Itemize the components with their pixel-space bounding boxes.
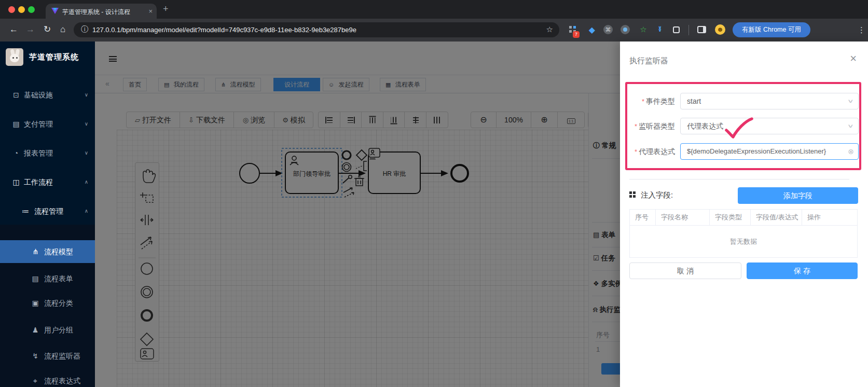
annotation-checkmark	[724, 117, 755, 140]
home-icon[interactable]: ⌂	[60, 24, 65, 35]
gem-extension-icon[interactable]: ◆	[587, 25, 597, 35]
sidebar-item-label: 流程模型	[44, 240, 73, 263]
add-field-button[interactable]: 添加字段	[738, 187, 858, 204]
sidebar-item-process-expression[interactable]: ⌖ 流程表达式	[0, 369, 95, 387]
chevrons-extension-icon[interactable]: ∨∨	[655, 26, 665, 37]
sidebar-item-workflow[interactable]: ◫ 工作流程 ∧	[0, 172, 95, 192]
sidebar-item-label: 工作流程	[24, 172, 53, 192]
delegate-expression-row: *代理表达式 ${demoDelegateExpressionExecution…	[620, 143, 868, 160]
drawer-close-icon[interactable]: ×	[850, 53, 857, 64]
browser-toolbar: ← → ↻ ⌂ ⓘ 127.0.0.1/bpm/manager/model/ed…	[0, 19, 868, 42]
col-actions: 操作	[802, 210, 857, 226]
sidebar-item-infrastructure[interactable]: ⊡ 基础设施 ∨	[0, 85, 95, 105]
chevron-up-icon: ∧	[85, 172, 88, 192]
main-content: « 首页 ▤ 我的流程 ⋔ 流程模型 设计流程 ☺ 发起流程 ▦ 流程表单	[95, 42, 868, 387]
new-tab-button[interactable]: +	[163, 4, 169, 13]
sidebar-item-label: 报表管理	[24, 143, 53, 163]
category-icon: ▣	[31, 292, 39, 314]
sidebar-item-label: 流程监听器	[44, 344, 80, 367]
sidebar-item-reports[interactable]: ◔ 报表管理 ∨	[0, 143, 95, 163]
window-maximize-button[interactable]	[28, 6, 35, 13]
sidebar-item-label: 流程表单	[44, 267, 73, 290]
monitor-icon: ⊡	[11, 85, 21, 105]
cancel-button[interactable]: 取 消	[629, 262, 741, 279]
profile-avatar-icon[interactable]: ☻	[715, 24, 725, 35]
select-value: 代理表达式	[687, 122, 723, 130]
url-bar[interactable]: ⓘ 127.0.0.1/bpm/manager/model/edit?model…	[74, 22, 559, 37]
workflow-icon: ◫	[11, 172, 21, 192]
extension-icon-1[interactable]: ⌘	[603, 25, 614, 35]
app-title: 芋道管理系统	[29, 52, 79, 62]
sidebar-item-process-listener[interactable]: ↯ 流程监听器	[0, 344, 95, 367]
sidebar: 芋道管理系统 ⊡ 基础设施 ∨ ▤ 支付管理 ∨ ◔ 报表管理 ∨ ◫ 工作流程…	[0, 42, 95, 387]
event-type-row: *事件类型 start ∨	[620, 93, 868, 109]
reload-icon[interactable]: ↻	[44, 24, 51, 35]
form-icon: ▤	[31, 267, 39, 290]
sidebar-item-payment[interactable]: ▤ 支付管理 ∨	[0, 114, 95, 134]
sidebar-item-process-form[interactable]: ▤ 流程表单	[0, 267, 95, 290]
model-icon: ⋔	[31, 240, 39, 263]
select-value: start	[687, 97, 701, 105]
url-text: 127.0.0.1/bpm/manager/model/edit?modelId…	[92, 26, 356, 34]
event-type-select[interactable]: start ∨	[680, 93, 859, 109]
chevron-down-icon: ∨	[847, 95, 854, 107]
browser-tab-title: 芋道管理系统 - 设计流程	[62, 8, 145, 17]
sidebar-item-label: 流程表达式	[44, 369, 80, 387]
delegate-expression-input[interactable]: ${demoDelegateExpressionExecutionListene…	[680, 143, 859, 160]
required-asterisk: *	[635, 122, 637, 130]
sidebar-item-label: 流程分类	[44, 292, 73, 314]
forward-icon[interactable]: →	[26, 24, 35, 35]
browser-menu-kebab-icon[interactable]: ⋮	[858, 24, 865, 36]
user-group-icon: ♟	[31, 319, 39, 341]
listener-type-select[interactable]: 代理表达式 ∨	[680, 118, 859, 134]
extension-badge: 7	[573, 31, 580, 38]
browser-tab[interactable]: 芋道管理系统 - 设计流程 ×	[46, 4, 157, 19]
sidebar-item-user-group[interactable]: ♟ 用户分组	[0, 319, 95, 341]
side-panel-icon[interactable]	[697, 26, 706, 33]
chrome-update-label: 有新版 Chrome 可用	[742, 26, 801, 33]
required-asterisk: *	[635, 148, 637, 156]
extensions-puzzle-icon[interactable]	[673, 26, 680, 33]
input-value: ${demoDelegateExpressionExecutionListene…	[687, 147, 826, 155]
col-field-value: 字段值/表达式	[751, 210, 802, 226]
expression-icon: ⌖	[31, 369, 39, 387]
chevron-down-icon: ∨	[85, 143, 88, 163]
site-favicon	[51, 8, 59, 14]
col-index: 序号	[630, 210, 656, 226]
chevron-down-icon: ∨	[85, 114, 88, 134]
tab-close-icon[interactable]: ×	[148, 7, 153, 15]
site-info-icon[interactable]: ⓘ	[81, 25, 88, 34]
listener-icon: ↯	[31, 344, 39, 367]
window-minimize-button[interactable]	[18, 6, 25, 13]
chevron-up-icon: ∧	[85, 201, 88, 221]
col-field-type: 字段类型	[710, 210, 751, 226]
field-label: *事件类型	[620, 93, 675, 110]
grid-icon	[629, 191, 632, 194]
star-extension-icon[interactable]: ☆	[638, 25, 649, 35]
sidebar-item-label: 支付管理	[24, 114, 53, 134]
section-divider	[629, 179, 849, 179]
list-icon: ≔	[21, 201, 30, 221]
fields-table: 序号 字段名称 字段类型 字段值/表达式 操作 暂无数据	[629, 209, 858, 258]
window-close-button[interactable]	[8, 6, 15, 13]
sidebar-item-label: 用户分组	[44, 319, 73, 341]
extension-icon-2[interactable]	[621, 25, 631, 35]
screen: 芋道管理系统 - 设计流程 × + ← → ↻ ⌂ ⓘ 127.0.0.1/bp…	[0, 0, 868, 387]
save-button[interactable]: 保 存	[747, 262, 858, 279]
sidebar-submenu: ⋔ 流程模型 ▤ 流程表单 ▣ 流程分类 ♟ 用户分组 ↯ 流程监听器 ⌖ 流程…	[0, 225, 95, 387]
avatar	[6, 48, 23, 66]
sidebar-item-label: 流程管理	[34, 201, 63, 221]
clear-icon[interactable]: ⊗	[848, 144, 854, 159]
proxy-extension-icon[interactable]	[569, 26, 572, 29]
chrome-update-chip[interactable]: 有新版 Chrome 可用	[733, 22, 810, 37]
bookmark-star-icon[interactable]: ☆	[546, 25, 553, 34]
sidebar-item-label: 基础设施	[24, 85, 53, 105]
fields-table-header: 序号 字段名称 字段类型 字段值/表达式 操作	[630, 210, 857, 226]
inject-fields-label: 注入字段:	[641, 190, 673, 200]
back-icon[interactable]: ←	[9, 24, 18, 35]
sidebar-item-process-model[interactable]: ⋔ 流程模型	[0, 240, 95, 263]
wallet-icon: ▤	[11, 114, 21, 134]
sidebar-item-process-category[interactable]: ▣ 流程分类	[0, 292, 95, 314]
browser-tabstrip: 芋道管理系统 - 设计流程 × +	[0, 0, 868, 19]
sidebar-item-process-management[interactable]: ≔ 流程管理 ∧	[0, 201, 95, 221]
